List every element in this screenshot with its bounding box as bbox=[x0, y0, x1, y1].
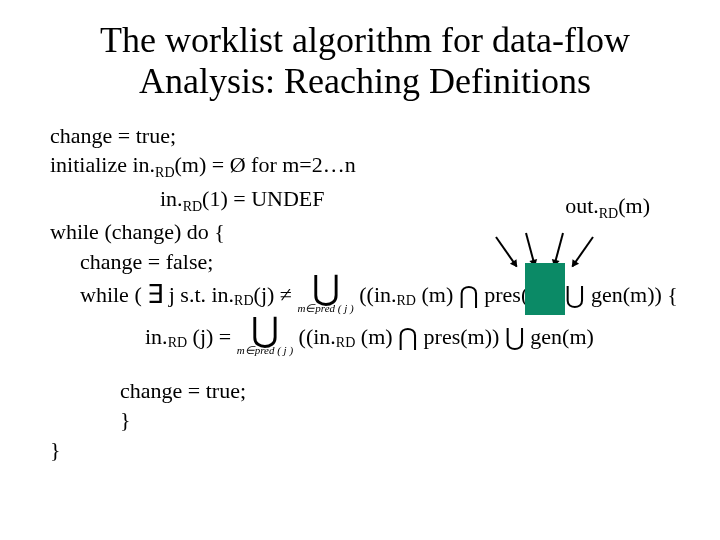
union-operator: ⋃ m∈pred ( j ) bbox=[297, 276, 353, 314]
text: (m) bbox=[355, 324, 392, 349]
code-line-2: initialize in.RD(m) = Ø for m=2…n bbox=[50, 150, 680, 183]
text: ((in. bbox=[359, 282, 396, 307]
subscript: RD bbox=[168, 335, 187, 350]
code-line-9: } bbox=[50, 405, 680, 435]
slide-title: The worklist algorithm for data-flow Ana… bbox=[50, 20, 680, 103]
union-icon: ⋃ bbox=[312, 269, 340, 306]
text: in. bbox=[160, 186, 183, 211]
exists-icon: ∃ bbox=[147, 281, 163, 310]
text: (m) bbox=[618, 193, 650, 218]
under-text: m∈pred ( j ) bbox=[297, 304, 353, 314]
text: (m) bbox=[416, 282, 453, 307]
text: (j) = bbox=[187, 324, 237, 349]
node-diagram bbox=[470, 223, 620, 313]
subscript: RD bbox=[336, 335, 355, 350]
intersect-icon: ⋂ bbox=[398, 324, 418, 350]
text: ((in. bbox=[299, 324, 336, 349]
subscript: RD bbox=[397, 294, 416, 309]
union-icon: ⋃ bbox=[251, 311, 279, 348]
text: j s.t. in. bbox=[169, 282, 234, 307]
text: (m) = Ø for m=2…n bbox=[175, 152, 356, 177]
arrow-in-icon bbox=[553, 233, 564, 266]
code-line-7: in.RD (j) = ⋃ m∈pred ( j ) ((in.RD (m) ⋂… bbox=[50, 318, 680, 356]
arrow-in-icon bbox=[572, 236, 594, 267]
text: in. bbox=[145, 324, 168, 349]
text: while ( bbox=[80, 282, 142, 307]
arrow-in-icon bbox=[495, 236, 517, 267]
subscript: RD bbox=[155, 166, 174, 181]
subscript: RD bbox=[234, 294, 253, 309]
text: (j) ≠ bbox=[254, 282, 292, 307]
arrow-in-icon bbox=[525, 233, 536, 266]
text: initialize in. bbox=[50, 152, 155, 177]
text: gen(m) bbox=[530, 324, 594, 349]
code-line-8: change = true; bbox=[50, 376, 680, 406]
union-icon: ⋃ bbox=[505, 324, 525, 350]
union-operator: ⋃ m∈pred ( j ) bbox=[237, 318, 293, 356]
subscript: RD bbox=[599, 206, 618, 221]
text: pres(m)) bbox=[424, 324, 500, 349]
code-line-10: } bbox=[50, 435, 680, 465]
code-line-1: change = true; bbox=[50, 121, 680, 151]
text: (1) = UNDEF bbox=[202, 186, 324, 211]
under-text: m∈pred ( j ) bbox=[237, 346, 293, 356]
node-box bbox=[525, 263, 565, 315]
out-label: out.RD(m) bbox=[565, 191, 650, 224]
text: out. bbox=[565, 193, 599, 218]
subscript: RD bbox=[183, 199, 202, 214]
slide-body: change = true; initialize in.RD(m) = Ø f… bbox=[50, 121, 680, 465]
